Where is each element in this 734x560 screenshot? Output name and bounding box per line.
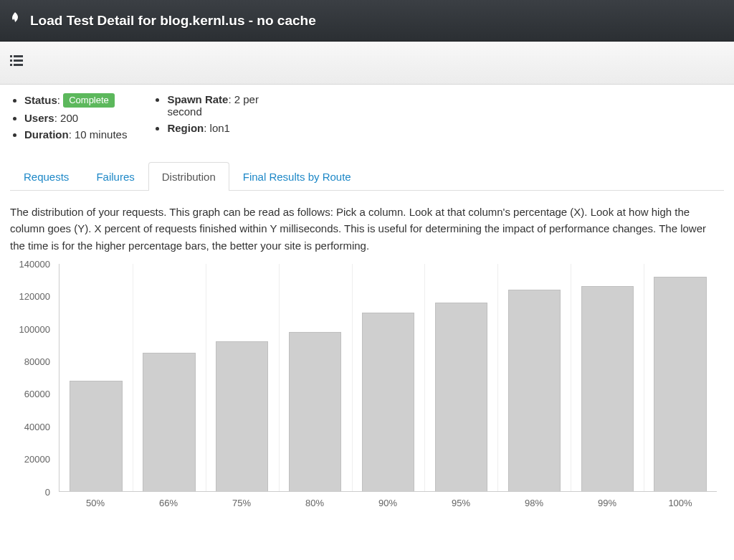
bar-slot: [206, 264, 279, 491]
grid-line: [644, 264, 644, 491]
bar-slot: [571, 264, 644, 491]
tabs: Requests Failures Distribution Final Res…: [10, 162, 724, 191]
bar-slot: [279, 264, 352, 491]
meta-region: Region: lon1: [167, 122, 296, 134]
bar: [289, 332, 341, 491]
svg-rect-2: [10, 60, 12, 62]
svg-rect-1: [14, 55, 23, 57]
plot-area: [59, 264, 717, 492]
y-tick: 80000: [24, 356, 50, 367]
y-tick: 100000: [19, 323, 50, 334]
y-tick: 140000: [19, 258, 50, 269]
meta-region-value: lon1: [210, 122, 230, 134]
distribution-chart: 020000400006000080000100000120000140000 …: [7, 260, 723, 512]
x-tick: 75%: [205, 493, 278, 508]
meta-spawn-rate: Spawn Rate: 2 per second: [167, 93, 296, 118]
bar-slot: [59, 264, 133, 491]
bar-slot: [352, 264, 425, 491]
bar: [435, 303, 487, 491]
svg-rect-3: [14, 60, 23, 62]
svg-rect-0: [10, 55, 12, 57]
list-icon[interactable]: [10, 55, 23, 70]
x-tick: 100%: [644, 493, 717, 508]
x-tick: 50%: [59, 493, 132, 508]
bar-slot: [133, 264, 206, 491]
meta-users-value: 200: [60, 112, 78, 124]
bar: [581, 286, 634, 490]
x-tick: 80%: [278, 493, 351, 508]
status-badge: Complete: [63, 93, 115, 108]
y-tick: 40000: [24, 421, 50, 432]
x-axis: 50%66%75%80%90%95%98%99%100%: [59, 493, 717, 508]
meta-status: Status: Complete: [24, 93, 127, 108]
grid-line: [352, 264, 353, 491]
grid-line: [133, 264, 133, 491]
y-tick: 120000: [19, 291, 50, 302]
content-area: Status: Complete Users: 200 Duration: 10…: [0, 85, 734, 512]
chart-description: The distribution of your requests. This …: [10, 204, 724, 254]
y-tick: 60000: [24, 389, 50, 399]
meta-col-left: Status: Complete Users: 200 Duration: 10…: [10, 93, 127, 145]
meta-status-label: Status: [24, 94, 57, 106]
grid-line: [424, 264, 425, 491]
bar: [654, 277, 706, 491]
y-tick: 20000: [24, 454, 50, 465]
page-title: Load Test Detail for blog.kernl.us - no …: [30, 13, 316, 29]
tab-failures[interactable]: Failures: [82, 162, 148, 191]
x-tick: 98%: [497, 493, 571, 508]
x-tick: 99%: [571, 493, 644, 508]
meta-spawn-rate-label: Spawn Rate: [167, 93, 228, 105]
meta-duration-value: 10 minutes: [75, 128, 127, 141]
toolbar: [0, 42, 734, 85]
bar: [362, 313, 414, 491]
svg-rect-5: [14, 64, 23, 66]
meta-users: Users: 200: [24, 112, 127, 124]
x-tick: 90%: [351, 493, 424, 508]
meta-duration: Duration: 10 minutes: [24, 128, 127, 141]
svg-rect-4: [10, 64, 12, 66]
bar: [508, 290, 561, 491]
bar: [143, 353, 195, 490]
bar-slot: [644, 264, 717, 491]
bar: [70, 381, 122, 491]
tab-requests[interactable]: Requests: [10, 162, 82, 191]
grid-line: [279, 264, 280, 491]
meta-col-right: Spawn Rate: 2 per second Region: lon1: [153, 93, 296, 145]
y-tick: 0: [45, 486, 50, 497]
y-axis: 020000400006000080000100000120000140000: [7, 260, 56, 492]
grid-line: [571, 264, 571, 491]
tab-distribution[interactable]: Distribution: [148, 162, 229, 191]
flame-icon: [10, 12, 20, 29]
bar-slot: [497, 264, 571, 491]
tab-final-results[interactable]: Final Results by Route: [229, 162, 365, 191]
bar: [216, 341, 268, 490]
meta-users-label: Users: [24, 112, 54, 124]
bar-slot: [424, 264, 497, 491]
grid-line: [497, 264, 498, 491]
x-tick: 66%: [132, 493, 205, 508]
meta-region-label: Region: [167, 122, 204, 134]
grid-line: [206, 264, 206, 491]
header-bar: Load Test Detail for blog.kernl.us - no …: [0, 0, 734, 42]
meta-info: Status: Complete Users: 200 Duration: 10…: [10, 93, 724, 145]
x-tick: 95%: [424, 493, 497, 508]
meta-duration-label: Duration: [24, 128, 69, 141]
bars-container: [59, 264, 717, 491]
